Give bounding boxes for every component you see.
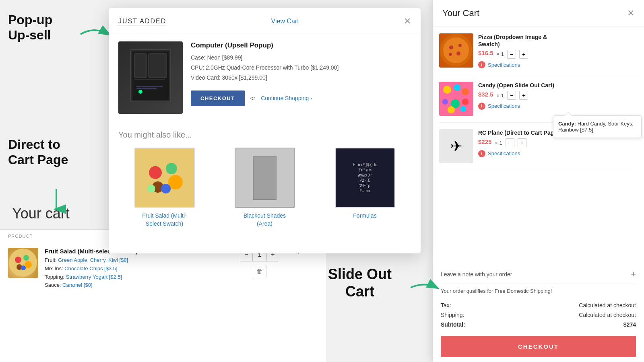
sc-rcplane-specs-icon: i: [478, 150, 485, 157]
sc-candy-details: Candy (Open Slide Out Cart) $32.5 × 1 − …: [478, 82, 638, 109]
upsell-fruit-salad-img: [134, 148, 195, 208]
upsell-item-blackout-shades[interactable]: Blackout Shades(Area): [219, 148, 311, 228]
slideout-cart-header: Your Cart ✕: [433, 0, 644, 27]
popup-attr-0: Case: Neon [$89.99]: [191, 53, 411, 63]
svg-point-16: [166, 163, 177, 174]
sc-tax-row: Tax: Calculated at checkout: [441, 300, 636, 310]
popup-product-image: [118, 41, 183, 114]
popup-product-name: Computer (Upsell Popup): [191, 41, 411, 49]
sc-item-pizza: Pizza (Dropdown Image &Swatch) $16.5 × 1…: [439, 27, 638, 75]
sc-candy-decrease-button[interactable]: −: [507, 91, 516, 100]
upsell-item-formulas[interactable]: E=mc² ∫f(x)dx∑n² π∞∂y/∂x λ²√2 · Σ∇·F=ρF=…: [319, 148, 411, 228]
sc-tooltip-label: Candy:: [558, 121, 576, 127]
computer-img: [118, 41, 183, 114]
sc-shipping-row: Shipping: Calculated at checkout: [441, 310, 636, 320]
popup-continue-shopping-link[interactable]: Continue Shopping ›: [261, 95, 312, 101]
upsell-fruit-salad-name: Fruit Salad (Multi-Select Swatch): [142, 212, 186, 228]
cart-item-sauce: Sauce: Caramel [$0]: [45, 281, 233, 290]
popup-body: Computer (Upsell Popup) Case: Neon [$89.…: [109, 33, 421, 122]
just-added-label: JUST ADDED: [118, 18, 166, 25]
sc-totals: Tax: Calculated at checkout Shipping: Ca…: [441, 298, 636, 332]
sc-shipping-label: Shipping:: [441, 312, 464, 318]
remove-item-button[interactable]: 🗑: [253, 265, 266, 278]
sc-candy-img: [439, 82, 473, 116]
pizza-img-bg: [439, 33, 473, 68]
svg-point-0: [9, 249, 37, 277]
upsell-fruit-img-bg: [135, 148, 194, 207]
slideout-arrow-icon: [409, 278, 441, 298]
fruit-salad-img: [8, 248, 38, 278]
slideout-cart-items: Pizza (Dropdown Image &Swatch) $16.5 × 1…: [433, 27, 644, 260]
sc-pizza-specs-text: Specifications: [488, 62, 520, 68]
sc-pizza-decrease-button[interactable]: −: [507, 50, 516, 59]
sc-pizza-times: × 1: [497, 51, 504, 57]
sc-pizza-increase-button[interactable]: +: [519, 50, 528, 59]
sc-checkout-button[interactable]: CHECKOUT: [441, 336, 636, 357]
sc-rcplane-price: $225: [478, 138, 491, 145]
svg-point-1: [15, 257, 21, 263]
slideout-cart-footer: Leave a note with your order + Your orde…: [433, 260, 644, 362]
popup-header: JUST ADDED View Cart ✕: [109, 8, 421, 33]
svg-point-20: [147, 185, 155, 193]
svg-rect-13: [136, 88, 157, 89]
sc-rcplane-decrease-button[interactable]: −: [506, 138, 514, 147]
cart-item-image: [8, 248, 38, 278]
svg-point-25: [456, 51, 460, 56]
popup-product-info: Computer (Upsell Popup) Case: Neon [$89.…: [191, 41, 411, 114]
sc-pizza-price-row: $16.5 × 1 − +: [478, 49, 638, 59]
sc-rcplane-price-row: $225 × 1 − +: [478, 138, 638, 148]
popup-checkout-button[interactable]: CHECKOUT: [191, 90, 245, 106]
sc-pizza-price: $16.5: [478, 49, 493, 56]
sc-subtotal-row: Subtotal: $274: [441, 320, 636, 329]
sc-subtotal-label: Subtotal:: [441, 321, 465, 328]
shade-rectangle: [253, 156, 276, 200]
slideout-cart-close-button[interactable]: ✕: [627, 8, 634, 19]
view-cart-link[interactable]: View Cart: [271, 18, 299, 25]
popup-actions: CHECKOUT or Continue Shopping ›: [191, 90, 411, 106]
upsell-products-list: Fruit Salad (Multi-Select Swatch) Blacko…: [118, 148, 411, 228]
sc-tax-label: Tax:: [441, 302, 451, 309]
sc-candy-increase-button[interactable]: +: [519, 91, 528, 100]
slideout-annotation-label: Slide OutCart: [328, 265, 392, 300]
cart-item-mixins: Mix-Ins: Chocolate Chips [$3.5]: [45, 265, 233, 273]
direct-cart-annotation-label: Direct toCart Page: [8, 137, 68, 168]
sc-rcplane-specs[interactable]: i Specifications: [478, 150, 638, 157]
direct-cart-arrow-icon: [44, 187, 68, 215]
svg-point-35: [460, 106, 466, 112]
upsell-formulas-img: E=mc² ∫f(x)dx∑n² π∞∂y/∂x λ²√2 · Σ∇·F=ρF=…: [335, 148, 395, 208]
popup-attr-2: Video Card: 3060x [$1,299.00]: [191, 73, 411, 83]
svg-point-26: [449, 53, 452, 56]
sc-candy-times: × 1: [497, 93, 504, 99]
svg-point-30: [462, 88, 469, 95]
sc-candy-specs-text: Specifications: [488, 103, 520, 109]
cart-fruit-val: Green Apple, Cherry, Kiwi [$8]: [58, 257, 128, 263]
sc-shipping-val: Calculated at checkout: [579, 312, 636, 318]
popup-close-button[interactable]: ✕: [404, 16, 411, 27]
cart-mixins-val: Chocolate Chips [$3.5]: [64, 265, 118, 272]
sc-candy-specs[interactable]: i Specifications: [478, 103, 638, 110]
sc-pizza-specs[interactable]: i Specifications: [478, 61, 638, 68]
svg-point-33: [462, 99, 469, 105]
sc-rcplane-specs-text: Specifications: [488, 150, 520, 156]
cart-topping-val: Strawberry Yogart [$2.5]: [66, 274, 122, 280]
sc-rcplane-increase-button[interactable]: +: [518, 138, 526, 147]
sc-note-plus-icon: +: [631, 269, 636, 280]
svg-rect-12: [136, 86, 163, 87]
cart-item-fruit: Fruit: Green Apple, Cherry, Kiwi [$8]: [45, 256, 233, 265]
svg-point-28: [443, 86, 451, 94]
popup-upsell-title: You might also like...: [118, 130, 411, 140]
upsell-blackout-shades-img: [235, 148, 295, 208]
upsell-popup: JUST ADDED View Cart ✕ Computer (Upsell …: [109, 8, 421, 253]
slideout-cart-title: Your Cart: [442, 8, 479, 19]
upsell-item-fruit-salad[interactable]: Fruit Salad (Multi-Select Swatch): [118, 148, 211, 228]
svg-point-22: [443, 37, 469, 63]
upsell-blackout-shades-name: Blackout Shades(Area): [244, 212, 286, 228]
sc-rcplane-img: ✈: [439, 129, 473, 163]
sc-item-candy: Candy (Open Slide Out Cart) $32.5 × 1 − …: [439, 75, 638, 123]
popup-or-text: or: [250, 95, 255, 101]
sc-note-toggle[interactable]: Leave a note with your order +: [441, 265, 636, 284]
svg-point-11: [138, 90, 142, 94]
svg-point-29: [454, 84, 460, 91]
svg-point-31: [442, 99, 448, 105]
cart-item-topping: Topping: Strawberry Yogart [$2.5]: [45, 273, 233, 282]
